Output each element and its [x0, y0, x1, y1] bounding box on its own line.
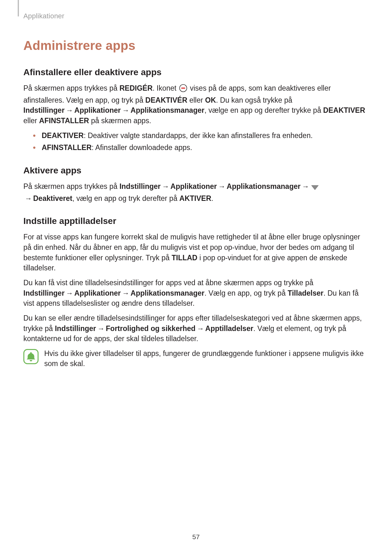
text: , vælge en app og derefter trykke på — [204, 106, 323, 114]
bold-text: Applikationer — [74, 289, 121, 297]
bold-text: Indstillinger — [55, 324, 96, 333]
bold-text: Indstillinger — [23, 106, 64, 114]
text: Du kan få vist dine tilladelsesindstilli… — [23, 279, 313, 287]
list-item: DEAKTIVER: Deaktiver valgte standardapps… — [33, 130, 369, 141]
text: . Ikonet — [153, 84, 178, 92]
svg-rect-1 — [181, 87, 185, 88]
arrow-icon: → — [23, 194, 33, 202]
bold-text: DEAKTIVÉR — [145, 96, 187, 104]
arrow-icon: → — [161, 182, 171, 190]
bold-text: Applikationsmanager — [130, 289, 204, 297]
text: . Vælg en app, og tryk på — [204, 289, 287, 297]
remove-circle-icon — [179, 84, 187, 95]
text: . Du kan også trykke på — [216, 96, 292, 104]
bold-text: DEAKTIVER — [42, 131, 84, 140]
arrow-icon: → — [121, 106, 130, 114]
text: , vælg en app og tryk derefter på — [72, 194, 179, 202]
bold-text: DEAKTIVER — [323, 106, 365, 114]
paragraph: Du kan få vist dine tilladelsesindstilli… — [23, 278, 369, 309]
page-number: 57 — [0, 533, 392, 541]
bold-text: Applikationsmanager — [227, 182, 301, 190]
page: Applikationer Administrere apps Afinstal… — [0, 0, 392, 554]
text: . — [211, 194, 213, 202]
margin-tab-mark — [18, 0, 19, 16]
text: På skærmen apps trykkes på — [23, 182, 119, 190]
text: eller — [187, 96, 205, 104]
section-permissions: Indstille apptilladelser For at visse ap… — [23, 216, 369, 369]
text: eller — [23, 117, 39, 125]
page-title: Administrere apps — [23, 39, 369, 53]
note-block: Hvis du ikke giver tilladelser til apps,… — [23, 348, 369, 369]
bold-text: Fortrolighed og sikkerhed — [106, 324, 196, 333]
bold-text: Apptilladelser — [205, 324, 253, 333]
bold-text: AFINSTALLER — [42, 143, 92, 152]
text: På skærmen apps trykkes på — [23, 84, 119, 92]
notice-bell-icon — [23, 349, 39, 365]
bold-text: AKTIVER — [179, 194, 211, 202]
paragraph: På skærmen apps trykkes på REDIGÉR. Ikon… — [23, 83, 369, 126]
paragraph: For at visse apps kan fungere korrekt sk… — [23, 232, 369, 273]
bold-text: Applikationer — [74, 106, 121, 114]
arrow-icon: → — [217, 182, 227, 190]
bold-text: Applikationsmanager — [130, 106, 204, 114]
heading-uninstall-disable: Afinstallere eller deaktivere apps — [23, 67, 369, 77]
bullet-list: DEAKTIVER: Deaktiver valgte standardapps… — [23, 130, 369, 153]
bold-text: Applikationer — [171, 182, 217, 190]
arrow-icon: → — [196, 324, 205, 333]
arrow-icon: → — [64, 106, 74, 114]
dropdown-triangle-icon — [311, 183, 319, 193]
bold-text: OK — [205, 96, 216, 104]
bold-text: Tilladelser — [288, 289, 323, 297]
paragraph: På skærmen apps trykkes på Indstillinger… — [23, 181, 369, 203]
heading-activate: Aktivere apps — [23, 166, 369, 176]
bold-text: Deaktiveret — [33, 194, 72, 202]
heading-permissions: Indstille apptilladelser — [23, 216, 369, 226]
paragraph: Du kan se eller ændre tilladelsesindstil… — [23, 313, 369, 344]
text: : Afinstaller downloadede apps. — [92, 143, 192, 152]
arrow-icon: → — [64, 289, 74, 297]
text: : Deaktiver valgte standardapps, der ikk… — [84, 131, 313, 140]
arrow-icon: → — [96, 324, 106, 333]
arrow-icon: → — [121, 289, 130, 297]
bold-text: TILLAD — [172, 254, 197, 262]
svg-marker-2 — [311, 185, 318, 190]
bold-text: REDIGÉR — [119, 84, 153, 92]
section-uninstall-disable: Afinstallere eller deaktivere apps På sk… — [23, 67, 369, 153]
note-text: Hvis du ikke giver tilladelser til apps,… — [44, 348, 369, 369]
list-item: AFINSTALLER: Afinstaller downloadede app… — [33, 142, 369, 153]
bold-text: Indstillinger — [119, 182, 160, 190]
section-activate: Aktivere apps På skærmen apps trykkes på… — [23, 166, 369, 203]
running-head: Applikationer — [23, 12, 369, 20]
bold-text: AFINSTALLER — [39, 117, 89, 125]
text: på skærmen apps. — [89, 117, 151, 125]
arrow-icon: → — [300, 182, 310, 190]
bold-text: Indstillinger — [23, 289, 64, 297]
